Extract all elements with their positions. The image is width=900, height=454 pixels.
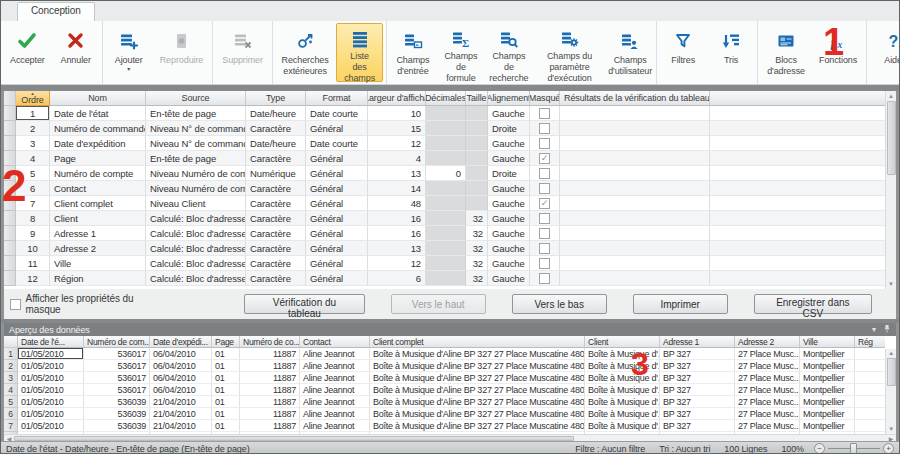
- zoom-slider[interactable]: − +: [814, 443, 894, 454]
- preview-cell[interactable]: 01/05/2010: [18, 420, 84, 432]
- cell-taille[interactable]: [466, 151, 488, 166]
- cell-decimales[interactable]: 0: [426, 166, 466, 181]
- cell-nom[interactable]: Contact: [50, 181, 146, 196]
- preview-cell[interactable]: Boîte à Musique d'...: [585, 348, 660, 360]
- masked-checkbox[interactable]: [539, 228, 550, 239]
- cell-type[interactable]: Caractère: [246, 181, 306, 196]
- cell-type[interactable]: Caractère: [246, 121, 306, 136]
- masked-checkbox[interactable]: [539, 168, 550, 179]
- preview-cell[interactable]: [855, 348, 885, 360]
- masked-checkbox[interactable]: [539, 183, 550, 194]
- preview-cell[interactable]: [855, 408, 885, 420]
- preview-cell[interactable]: [855, 396, 885, 408]
- cell-nom[interactable]: Date de l'état: [50, 106, 146, 121]
- preview-column-header-5[interactable]: Numéro de co...: [240, 336, 300, 348]
- masked-checkbox[interactable]: [539, 138, 550, 149]
- cell-largeur[interactable]: 13: [368, 241, 426, 256]
- cell-resultats[interactable]: [560, 271, 710, 286]
- cell-alignement[interactable]: Gauche: [488, 226, 530, 241]
- cell-source[interactable]: Calculé: Bloc d'adresse: [146, 256, 246, 271]
- cell-taille[interactable]: 32: [466, 211, 488, 226]
- preview-row-number[interactable]: 3: [4, 372, 18, 384]
- accept-button[interactable]: Accepter: [4, 23, 51, 82]
- cell-format[interactable]: Général: [306, 151, 368, 166]
- preview-cell[interactable]: 01/05/2010: [18, 408, 84, 420]
- cell-taille[interactable]: 32: [466, 256, 488, 271]
- cell-masque[interactable]: [530, 196, 560, 211]
- preview-cell[interactable]: 21/04/2010: [150, 408, 212, 420]
- preview-column-header-10[interactable]: Adresse 2: [735, 336, 800, 348]
- preview-cell[interactable]: BP 327: [660, 372, 735, 384]
- field-list-button[interactable]: Liste des champs: [336, 23, 383, 82]
- cell-format[interactable]: Général: [306, 271, 368, 286]
- preview-cell[interactable]: 27 Place Musc...: [735, 348, 800, 360]
- preview-row-number[interactable]: 1: [4, 348, 18, 360]
- column-header-taille[interactable]: Taille: [466, 91, 488, 106]
- preview-cell[interactable]: Boîte à Musique d'...: [585, 372, 660, 384]
- cell-alignement[interactable]: Droite: [488, 121, 530, 136]
- preview-cell[interactable]: BP 327: [660, 360, 735, 372]
- cell-type[interactable]: Caractère: [246, 241, 306, 256]
- preview-cell[interactable]: Montpellier: [800, 408, 855, 420]
- preview-horizontal-scrollbar[interactable]: ◀ ▶: [4, 434, 896, 441]
- masked-checkbox[interactable]: [539, 258, 550, 269]
- cell-taille[interactable]: 32: [466, 271, 488, 286]
- preview-row-number[interactable]: 6: [4, 408, 18, 420]
- preview-vertical-scrollbar[interactable]: ▲ ▼: [885, 349, 896, 434]
- preview-cell[interactable]: 06/04/2010: [150, 360, 212, 372]
- cell-ordre[interactable]: 9: [16, 226, 50, 241]
- preview-column-header-7[interactable]: Client complet: [370, 336, 585, 348]
- preview-cell[interactable]: Montpellier: [800, 348, 855, 360]
- cell-alignement[interactable]: Gauche: [488, 256, 530, 271]
- preview-cell[interactable]: [855, 372, 885, 384]
- preview-cell[interactable]: BP 327: [660, 348, 735, 360]
- scroll-down-icon[interactable]: ▼: [888, 425, 894, 434]
- cell-taille[interactable]: [466, 181, 488, 196]
- cell-format[interactable]: Général: [306, 121, 368, 136]
- show-mask-properties-checkbox[interactable]: [10, 299, 21, 310]
- cell-format[interactable]: Général: [306, 256, 368, 271]
- preview-cell[interactable]: BP 327: [660, 384, 735, 396]
- cell-alignement[interactable]: Gauche: [488, 151, 530, 166]
- preview-cell[interactable]: 01: [212, 396, 240, 408]
- preview-cell[interactable]: Montpellier: [800, 396, 855, 408]
- column-header-decimales[interactable]: Décimales: [426, 91, 466, 106]
- preview-row-number[interactable]: 7: [4, 420, 18, 432]
- cell-largeur[interactable]: 14: [368, 181, 426, 196]
- cell-ordre[interactable]: 8: [16, 211, 50, 226]
- cell-nom[interactable]: Numéro de compte: [50, 166, 146, 181]
- preview-cell[interactable]: Aline Jeannot: [300, 360, 370, 372]
- move-down-button[interactable]: Vers le bas: [512, 294, 607, 314]
- cell-resultats[interactable]: [560, 106, 710, 121]
- cell-alignement[interactable]: Gauche: [488, 181, 530, 196]
- masked-checkbox[interactable]: [539, 198, 550, 209]
- preview-cell[interactable]: Boîte à Musique d'Aline BP 327 27 Place …: [370, 372, 585, 384]
- cell-format[interactable]: Général: [306, 196, 368, 211]
- cell-ordre[interactable]: 11: [16, 256, 50, 271]
- cell-largeur[interactable]: 12: [368, 136, 426, 151]
- preview-cell[interactable]: Aline Jeannot: [300, 396, 370, 408]
- cell-type[interactable]: Caractère: [246, 271, 306, 286]
- preview-cell[interactable]: Boîte à Musique d'Aline BP 327 27 Place …: [370, 420, 585, 432]
- preview-cell[interactable]: Montpellier: [800, 372, 855, 384]
- preview-column-header-11[interactable]: Ville: [800, 336, 855, 348]
- preview-cell[interactable]: Boîte à Musique d'Aline BP 327 27 Place …: [370, 360, 585, 372]
- preview-cell[interactable]: [855, 384, 885, 396]
- preview-cell[interactable]: Montpellier: [800, 420, 855, 432]
- zoom-in-button[interactable]: +: [883, 443, 894, 454]
- cancel-button[interactable]: Annuler: [53, 23, 99, 82]
- cell-largeur[interactable]: 4: [368, 151, 426, 166]
- preview-cell[interactable]: 11887: [240, 408, 300, 420]
- preview-column-header-3[interactable]: Date d'expédi...: [150, 336, 212, 348]
- preview-cell[interactable]: 11887: [240, 372, 300, 384]
- preview-cell[interactable]: Aline Jeannot: [300, 408, 370, 420]
- preview-cell[interactable]: BP 327: [660, 408, 735, 420]
- scroll-up-icon[interactable]: ▲: [888, 349, 894, 358]
- cell-nom[interactable]: Ville: [50, 256, 146, 271]
- cell-taille[interactable]: 32: [466, 241, 488, 256]
- preview-cell[interactable]: 536039: [84, 420, 150, 432]
- cell-taille[interactable]: [466, 196, 488, 211]
- cell-source[interactable]: Calculé: Bloc d'adresse: [146, 271, 246, 286]
- preview-cell[interactable]: Aline Jeannot: [300, 384, 370, 396]
- cell-resultats[interactable]: [560, 226, 710, 241]
